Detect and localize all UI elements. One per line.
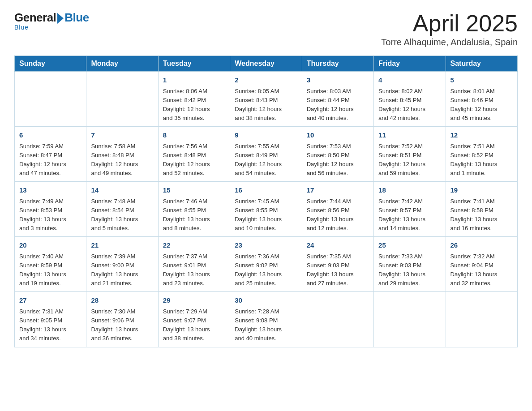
logo-general-text: General [14, 11, 56, 25]
day-number: 28 [91, 295, 153, 306]
day-number: 11 [378, 130, 441, 141]
day-number: 2 [235, 75, 297, 86]
day-info: Sunrise: 7:39 AMSunset: 9:00 PMDaylight:… [91, 252, 153, 288]
calendar-cell: 20Sunrise: 7:40 AMSunset: 8:59 PMDayligh… [15, 237, 86, 292]
weekday-header-tuesday: Tuesday [158, 56, 230, 72]
day-number: 14 [91, 185, 153, 196]
day-number: 16 [235, 185, 297, 196]
calendar-cell: 25Sunrise: 7:33 AMSunset: 9:03 PMDayligh… [374, 237, 446, 292]
day-info: Sunrise: 7:33 AMSunset: 9:03 PMDaylight:… [378, 252, 441, 288]
day-info: Sunrise: 7:44 AMSunset: 8:56 PMDaylight:… [307, 197, 369, 233]
calendar-cell: 16Sunrise: 7:45 AMSunset: 8:55 PMDayligh… [230, 182, 302, 237]
day-info: Sunrise: 7:45 AMSunset: 8:55 PMDaylight:… [235, 197, 297, 233]
day-info: Sunrise: 7:48 AMSunset: 8:54 PMDaylight:… [91, 197, 153, 233]
day-number: 4 [378, 75, 441, 86]
calendar-cell: 12Sunrise: 7:51 AMSunset: 8:52 PMDayligh… [446, 127, 517, 182]
day-info: Sunrise: 7:52 AMSunset: 8:51 PMDaylight:… [378, 142, 441, 178]
day-number: 25 [378, 240, 441, 251]
calendar-cell: 18Sunrise: 7:42 AMSunset: 8:57 PMDayligh… [374, 182, 446, 237]
day-number: 18 [378, 185, 441, 196]
day-number: 26 [450, 240, 513, 251]
weekday-header-thursday: Thursday [302, 56, 373, 72]
title-block: April 2025 Torre Alhaquime, Andalusia, S… [381, 11, 518, 47]
calendar-week-row: 1Sunrise: 8:06 AMSunset: 8:42 PMDaylight… [15, 72, 518, 127]
calendar-cell: 4Sunrise: 8:02 AMSunset: 8:45 PMDaylight… [374, 72, 446, 127]
day-info: Sunrise: 7:58 AMSunset: 8:48 PMDaylight:… [91, 142, 153, 178]
calendar-cell: 24Sunrise: 7:35 AMSunset: 9:03 PMDayligh… [302, 237, 373, 292]
day-info: Sunrise: 7:59 AMSunset: 8:47 PMDaylight:… [19, 142, 82, 178]
day-number: 6 [19, 130, 82, 141]
day-info: Sunrise: 7:28 AMSunset: 9:08 PMDaylight:… [235, 307, 297, 343]
day-number: 24 [307, 240, 369, 251]
day-info: Sunrise: 7:49 AMSunset: 8:53 PMDaylight:… [19, 197, 82, 233]
day-info: Sunrise: 7:40 AMSunset: 8:59 PMDaylight:… [19, 252, 82, 288]
day-info: Sunrise: 7:46 AMSunset: 8:55 PMDaylight:… [163, 197, 225, 233]
day-number: 5 [450, 75, 513, 86]
calendar-cell: 8Sunrise: 7:56 AMSunset: 8:48 PMDaylight… [158, 127, 230, 182]
calendar-cell: 6Sunrise: 7:59 AMSunset: 8:47 PMDaylight… [15, 127, 86, 182]
calendar-cell: 23Sunrise: 7:36 AMSunset: 9:02 PMDayligh… [230, 237, 302, 292]
weekday-header-wednesday: Wednesday [230, 56, 302, 72]
day-number: 20 [19, 240, 82, 251]
calendar-cell: 13Sunrise: 7:49 AMSunset: 8:53 PMDayligh… [15, 182, 86, 237]
day-number: 21 [91, 240, 153, 251]
day-number: 19 [450, 185, 513, 196]
weekday-header-friday: Friday [374, 56, 446, 72]
calendar-cell: 11Sunrise: 7:52 AMSunset: 8:51 PMDayligh… [374, 127, 446, 182]
day-info: Sunrise: 7:32 AMSunset: 9:04 PMDaylight:… [450, 252, 513, 288]
calendar-cell [302, 292, 373, 347]
day-info: Sunrise: 7:37 AMSunset: 9:01 PMDaylight:… [163, 252, 225, 288]
calendar-cell [86, 72, 158, 127]
logo: General Blue Blue [14, 11, 89, 31]
calendar-week-row: 27Sunrise: 7:31 AMSunset: 9:05 PMDayligh… [15, 292, 518, 347]
calendar-cell: 9Sunrise: 7:55 AMSunset: 8:49 PMDaylight… [230, 127, 302, 182]
calendar-cell: 3Sunrise: 8:03 AMSunset: 8:44 PMDaylight… [302, 72, 373, 127]
day-number: 7 [91, 130, 153, 141]
day-info: Sunrise: 7:35 AMSunset: 9:03 PMDaylight:… [307, 252, 369, 288]
day-info: Sunrise: 7:31 AMSunset: 9:05 PMDaylight:… [19, 307, 82, 343]
weekday-header-monday: Monday [86, 56, 158, 72]
calendar-cell: 21Sunrise: 7:39 AMSunset: 9:00 PMDayligh… [86, 237, 158, 292]
day-info: Sunrise: 7:56 AMSunset: 8:48 PMDaylight:… [163, 142, 225, 178]
calendar-header-row: SundayMondayTuesdayWednesdayThursdayFrid… [15, 56, 518, 72]
day-number: 13 [19, 185, 82, 196]
day-info: Sunrise: 7:30 AMSunset: 9:06 PMDaylight:… [91, 307, 153, 343]
weekday-header-saturday: Saturday [446, 56, 517, 72]
calendar-cell: 14Sunrise: 7:48 AMSunset: 8:54 PMDayligh… [86, 182, 158, 237]
calendar-cell: 7Sunrise: 7:58 AMSunset: 8:48 PMDaylight… [86, 127, 158, 182]
day-number: 27 [19, 295, 82, 306]
calendar-cell: 10Sunrise: 7:53 AMSunset: 8:50 PMDayligh… [302, 127, 373, 182]
calendar-cell: 27Sunrise: 7:31 AMSunset: 9:05 PMDayligh… [15, 292, 86, 347]
day-number: 10 [307, 130, 369, 141]
logo-arrow-icon [57, 13, 64, 24]
calendar-cell: 2Sunrise: 8:05 AMSunset: 8:43 PMDaylight… [230, 72, 302, 127]
day-info: Sunrise: 7:29 AMSunset: 9:07 PMDaylight:… [163, 307, 225, 343]
day-info: Sunrise: 7:55 AMSunset: 8:49 PMDaylight:… [235, 142, 297, 178]
day-info: Sunrise: 7:42 AMSunset: 8:57 PMDaylight:… [378, 197, 441, 233]
day-number: 1 [163, 75, 225, 86]
day-number: 8 [163, 130, 225, 141]
calendar-cell [374, 292, 446, 347]
logo-underline-text: Blue [14, 24, 29, 31]
calendar-cell: 5Sunrise: 8:01 AMSunset: 8:46 PMDaylight… [446, 72, 517, 127]
month-year-title: April 2025 [381, 11, 518, 36]
day-info: Sunrise: 8:02 AMSunset: 8:45 PMDaylight:… [378, 87, 441, 123]
day-info: Sunrise: 8:06 AMSunset: 8:42 PMDaylight:… [163, 87, 225, 123]
day-info: Sunrise: 8:05 AMSunset: 8:43 PMDaylight:… [235, 87, 297, 123]
day-number: 15 [163, 185, 225, 196]
day-number: 17 [307, 185, 369, 196]
day-number: 23 [235, 240, 297, 251]
day-info: Sunrise: 7:51 AMSunset: 8:52 PMDaylight:… [450, 142, 513, 178]
day-number: 29 [163, 295, 225, 306]
day-number: 3 [307, 75, 369, 86]
calendar-cell: 22Sunrise: 7:37 AMSunset: 9:01 PMDayligh… [158, 237, 230, 292]
calendar-week-row: 20Sunrise: 7:40 AMSunset: 8:59 PMDayligh… [15, 237, 518, 292]
day-info: Sunrise: 8:03 AMSunset: 8:44 PMDaylight:… [307, 87, 369, 123]
day-info: Sunrise: 7:41 AMSunset: 8:58 PMDaylight:… [450, 197, 513, 233]
page-header: General Blue Blue April 2025 Torre Alhaq… [14, 11, 518, 47]
day-number: 30 [235, 295, 297, 306]
weekday-header-sunday: Sunday [15, 56, 86, 72]
calendar-cell [15, 72, 86, 127]
day-info: Sunrise: 8:01 AMSunset: 8:46 PMDaylight:… [450, 87, 513, 123]
calendar-cell: 30Sunrise: 7:28 AMSunset: 9:08 PMDayligh… [230, 292, 302, 347]
